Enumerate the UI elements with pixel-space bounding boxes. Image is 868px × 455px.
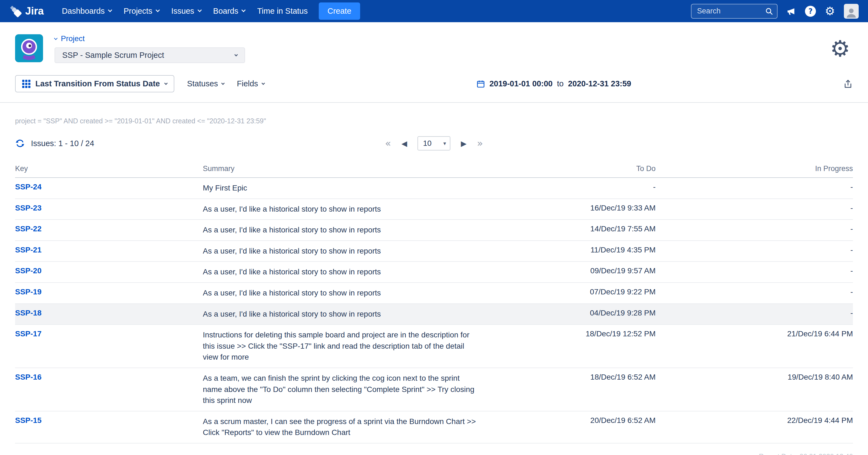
issue-key-link[interactable]: SSP-20 xyxy=(15,266,42,275)
pagination-first-button[interactable]: « xyxy=(385,139,391,148)
statuses-dropdown[interactable]: Statuses xyxy=(187,79,224,88)
nav-item-label: Projects xyxy=(124,7,152,16)
chevron-down-icon xyxy=(164,82,168,85)
todo-date-cell: 18/Dec/19 12:52 PM xyxy=(477,325,656,368)
issue-key-link[interactable]: SSP-18 xyxy=(15,309,42,317)
issue-summary-cell: As a user, I'd like a historical story t… xyxy=(203,304,477,325)
table-row: SSP-19 As a user, I'd like a historical … xyxy=(15,282,853,304)
fields-label: Fields xyxy=(237,79,258,88)
issue-key-cell: SSP-17 xyxy=(15,325,203,368)
todo-date-cell: 18/Dec/19 6:52 AM xyxy=(477,368,656,411)
issue-summary-cell: As a user, I'd like a historical story t… xyxy=(203,282,477,304)
project-select[interactable]: SSP - Sample Scrum Project xyxy=(55,48,245,63)
table-row: SSP-24 My First Epic - - xyxy=(15,178,853,199)
date-range-picker[interactable]: 2019-01-01 00:00 to 2020-12-31 23:59 xyxy=(476,79,631,88)
export-button[interactable] xyxy=(843,79,853,89)
todo-date-cell: 09/Dec/19 9:57 AM xyxy=(477,262,656,282)
nav-item[interactable]: Issues xyxy=(165,0,207,22)
page-size-select[interactable]: 10 ▾ xyxy=(418,136,451,150)
pagination-next-button[interactable]: ▶ xyxy=(461,140,467,147)
issue-key-cell: SSP-19 xyxy=(15,282,203,304)
nav-item-label: Dashboards xyxy=(62,7,105,16)
chevron-down-icon xyxy=(54,36,58,40)
issue-key-link[interactable]: SSP-19 xyxy=(15,287,42,296)
issue-summary-cell: As a scrum master, I can see the progres… xyxy=(203,411,477,443)
issue-key-cell: SSP-16 xyxy=(15,368,203,411)
inprogress-date-cell: - xyxy=(656,241,853,262)
feedback-megaphone-icon[interactable] xyxy=(786,6,796,16)
todo-date-cell: 14/Dec/19 7:55 AM xyxy=(477,219,656,241)
todo-date-cell: 04/Dec/19 9:28 PM xyxy=(477,304,656,325)
inprogress-date-cell: 21/Dec/19 6:44 PM xyxy=(656,325,853,368)
todo-date-cell: 11/Dec/19 4:35 PM xyxy=(477,241,656,262)
nav-item[interactable]: Time in Status xyxy=(251,0,314,22)
chevron-down-icon xyxy=(234,53,238,57)
date-to-word: to xyxy=(557,79,563,88)
column-header-todo: To Do xyxy=(477,158,656,178)
report-settings-gear-icon[interactable]: ⚙ xyxy=(830,37,850,60)
page-size-value: 10 xyxy=(423,139,432,148)
issue-key-link[interactable]: SSP-21 xyxy=(15,246,42,254)
issue-key-link[interactable]: SSP-22 xyxy=(15,224,42,233)
project-dropdown-toggle[interactable]: Project xyxy=(55,34,245,43)
column-header-summary: Summary xyxy=(203,158,477,178)
nav-item-label: Issues xyxy=(171,7,194,16)
table-row: SSP-20 As a user, I'd like a historical … xyxy=(15,262,853,282)
search-icon[interactable] xyxy=(765,7,773,16)
statuses-label: Statuses xyxy=(187,79,218,88)
issues-count-label: Issues: 1 - 10 / 24 xyxy=(31,139,94,148)
issue-key-cell: SSP-20 xyxy=(15,262,203,282)
pagination-last-button[interactable]: » xyxy=(477,139,483,148)
nav-menu: Dashboards Projects Issues Boards Time i… xyxy=(56,0,314,22)
issue-key-link[interactable]: SSP-16 xyxy=(15,373,42,381)
inprogress-date-cell: - xyxy=(656,282,853,304)
issue-key-cell: SSP-24 xyxy=(15,178,203,199)
issue-key-link[interactable]: SSP-24 xyxy=(15,183,42,191)
create-button[interactable]: Create xyxy=(319,2,360,20)
inprogress-date-cell: - xyxy=(656,304,853,325)
settings-gear-icon[interactable]: ⚙ xyxy=(825,5,835,17)
todo-date-cell: - xyxy=(477,178,656,199)
table-row: SSP-21 As a user, I'd like a historical … xyxy=(15,241,853,262)
fields-dropdown[interactable]: Fields xyxy=(237,79,264,88)
inprogress-date-cell: 19/Dec/19 8:40 AM xyxy=(656,368,853,411)
user-avatar[interactable] xyxy=(844,4,859,19)
issue-summary-cell: As a user, I'd like a historical story t… xyxy=(203,262,477,282)
issue-key-link[interactable]: SSP-17 xyxy=(15,330,42,338)
project-select-value: SSP - Sample Scrum Project xyxy=(62,51,164,60)
search-input[interactable] xyxy=(696,7,765,16)
calendar-icon xyxy=(476,80,485,88)
inprogress-date-cell: 22/Dec/19 4:44 PM xyxy=(656,411,853,443)
pagination-top: « ◀ 10 ▾ ▶ » xyxy=(385,136,483,150)
jira-logo[interactable]: Jira xyxy=(9,5,44,18)
issue-key-link[interactable]: SSP-15 xyxy=(15,416,42,425)
project-header: Project SSP - Sample Scrum Project ⚙ xyxy=(0,22,868,71)
nav-item[interactable]: Dashboards xyxy=(56,0,118,22)
chevron-down-icon xyxy=(242,8,246,12)
inprogress-date-cell: - xyxy=(656,262,853,282)
nav-item[interactable]: Boards xyxy=(207,0,251,22)
chevron-down-icon xyxy=(221,82,225,85)
report-type-label: Last Transition From Status Date xyxy=(35,79,160,88)
jql-query-text: project = "SSP" AND created >= "2019-01-… xyxy=(0,103,868,125)
issue-summary-cell: As a user, I'd like a historical story t… xyxy=(203,199,477,220)
issues-count-group: Issues: 1 - 10 / 24 xyxy=(15,139,94,148)
jira-logo-text: Jira xyxy=(25,5,44,17)
issue-summary-cell: As a team, we can finish the sprint by c… xyxy=(203,368,477,411)
pagination-prev-button[interactable]: ◀ xyxy=(402,140,407,147)
chevron-down-icon xyxy=(261,82,265,85)
date-from: 2019-01-01 00:00 xyxy=(490,79,553,88)
report-type-button[interactable]: Last Transition From Status Date xyxy=(15,75,174,92)
chevron-down-icon xyxy=(197,8,202,12)
issue-summary-cell: As a user, I'd like a historical story t… xyxy=(203,219,477,241)
nav-item-label: Boards xyxy=(213,7,239,16)
refresh-icon[interactable] xyxy=(15,139,25,148)
help-icon-glyph: ? xyxy=(808,8,813,15)
issue-summary-cell: Instructions for deleting this sample bo… xyxy=(203,325,477,368)
table-row: SSP-15 As a scrum master, I can see the … xyxy=(15,411,853,443)
nav-item[interactable]: Projects xyxy=(118,0,165,22)
inprogress-date-cell: - xyxy=(656,178,853,199)
issue-key-link[interactable]: SSP-23 xyxy=(15,204,42,212)
issue-key-cell: SSP-15 xyxy=(15,411,203,443)
help-icon[interactable]: ? xyxy=(805,6,816,17)
